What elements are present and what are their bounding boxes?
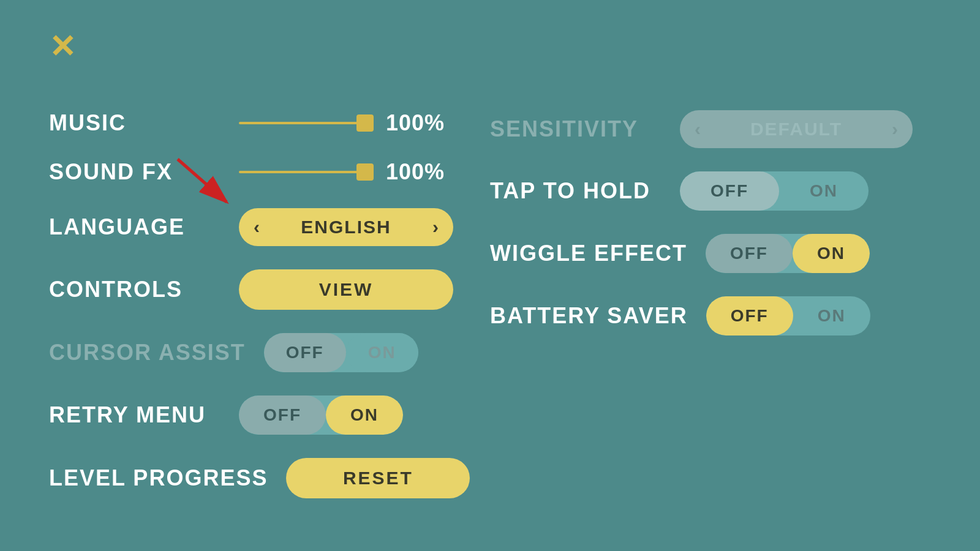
music-setting: MUSIC 100%	[49, 110, 490, 136]
right-column: SENSITIVITY ‹ DEFAULT › TAP TO HOLD OFF …	[490, 110, 931, 517]
language-label: LANGUAGE	[49, 214, 221, 240]
wiggle-effect-label: WIGGLE EFFECT	[490, 241, 687, 266]
language-selector[interactable]: ‹ ENGLISH ›	[239, 208, 453, 246]
retry-menu-off-option[interactable]: OFF	[239, 395, 326, 435]
sound-fx-setting: SOUND FX 100%	[49, 159, 490, 185]
cursor-assist-on-option[interactable]: ON	[346, 333, 418, 372]
music-slider-container: 100%	[239, 110, 445, 136]
tap-to-hold-label: TAP TO HOLD	[490, 178, 662, 204]
language-next-button[interactable]: ›	[432, 217, 439, 238]
controls-setting: CONTROLS VIEW	[49, 269, 490, 310]
tap-to-hold-on-option[interactable]: ON	[779, 171, 869, 211]
svg-line-1	[178, 159, 227, 202]
cursor-assist-off-option[interactable]: OFF	[264, 333, 346, 372]
level-progress-setting: LEVEL PROGRESS RESET	[49, 458, 490, 498]
battery-saver-label: BATTERY SAVER	[490, 303, 688, 329]
level-progress-label: LEVEL PROGRESS	[49, 465, 268, 491]
sound-fx-value: 100%	[386, 159, 445, 185]
battery-saver-toggle[interactable]: OFF ON	[706, 296, 870, 335]
cursor-assist-toggle[interactable]: OFF ON	[264, 333, 418, 372]
sensitivity-selector[interactable]: ‹ DEFAULT ›	[680, 110, 913, 148]
battery-saver-on-option[interactable]: ON	[793, 296, 870, 335]
sound-fx-slider[interactable]	[239, 171, 374, 173]
tap-to-hold-setting: TAP TO HOLD OFF ON	[490, 171, 931, 211]
level-progress-reset-button[interactable]: RESET	[286, 458, 470, 498]
language-value: ENGLISH	[270, 217, 423, 238]
sensitivity-next-button[interactable]: ›	[892, 119, 898, 140]
tap-to-hold-off-option[interactable]: OFF	[680, 171, 779, 211]
cursor-assist-setting: CURSOR ASSIST OFF ON	[49, 333, 490, 372]
wiggle-effect-toggle[interactable]: OFF ON	[706, 234, 870, 273]
sound-fx-slider-thumb[interactable]	[356, 163, 374, 181]
music-slider-thumb[interactable]	[356, 114, 374, 132]
close-button[interactable]: ✕	[49, 31, 76, 62]
battery-saver-setting: BATTERY SAVER OFF ON	[490, 296, 931, 335]
wiggle-effect-setting: WIGGLE EFFECT OFF ON	[490, 234, 931, 273]
cursor-assist-label: CURSOR ASSIST	[49, 340, 246, 365]
retry-menu-toggle[interactable]: OFF ON	[239, 395, 403, 435]
wiggle-effect-off-option[interactable]: OFF	[706, 234, 793, 273]
retry-menu-setting: RETRY MENU OFF ON	[49, 395, 490, 435]
left-column: MUSIC 100% SOUND FX 100%	[49, 110, 490, 517]
controls-view-button[interactable]: VIEW	[239, 269, 453, 310]
retry-menu-on-option[interactable]: ON	[326, 395, 403, 435]
sensitivity-prev-button[interactable]: ‹	[695, 119, 701, 140]
sensitivity-label: SENSITIVITY	[490, 116, 662, 142]
wiggle-effect-on-option[interactable]: ON	[793, 234, 870, 273]
music-slider[interactable]	[239, 122, 374, 124]
battery-saver-off-option[interactable]: OFF	[706, 296, 793, 335]
tap-to-hold-toggle[interactable]: OFF ON	[680, 171, 869, 211]
music-label: MUSIC	[49, 110, 221, 136]
annotation-arrow	[172, 153, 245, 214]
retry-menu-label: RETRY MENU	[49, 402, 221, 428]
sensitivity-value: DEFAULT	[710, 119, 882, 140]
language-prev-button[interactable]: ‹	[254, 217, 260, 238]
language-setting: LANGUAGE ‹ ENGLISH ›	[49, 208, 490, 246]
sound-fx-slider-container: 100%	[239, 159, 445, 185]
sensitivity-setting: SENSITIVITY ‹ DEFAULT ›	[490, 110, 931, 148]
music-value: 100%	[386, 110, 445, 136]
controls-label: CONTROLS	[49, 277, 221, 302]
